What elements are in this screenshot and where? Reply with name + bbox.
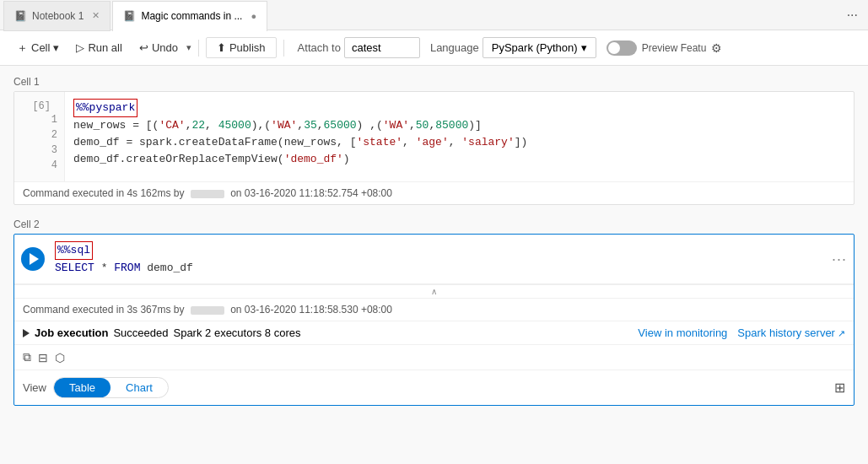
tab-bar: 📓 Notebook 1 ✕ 📓 Magic commands in ... ●… bbox=[0, 0, 868, 30]
preview-settings-icon[interactable]: ⚙ bbox=[711, 41, 722, 55]
job-play-icon bbox=[23, 329, 30, 337]
spark-history-link[interactable]: Spark history server bbox=[737, 326, 845, 339]
cell1-label: Cell 1 bbox=[13, 76, 855, 88]
magic-notebook-icon: 📓 bbox=[123, 10, 136, 22]
language-label: Language bbox=[430, 41, 479, 54]
cell1: [6] 1 2 3 4 %%pyspark new_rows = [('CA',… bbox=[13, 91, 855, 205]
cell1-line4-code: demo_df.createOrReplaceTempView('demo_df… bbox=[73, 151, 845, 168]
view-monitoring-link[interactable]: View in monitoring bbox=[638, 326, 727, 339]
cell2-content: %%sql SELECT * FROM demo_df bbox=[51, 238, 825, 280]
tab-notebook1-label: Notebook 1 bbox=[32, 10, 84, 22]
cell2-more-button[interactable]: ··· bbox=[832, 251, 847, 268]
tab-notebook1-close[interactable]: ✕ bbox=[92, 10, 100, 21]
run-icon bbox=[30, 253, 39, 265]
cell2-line2-code: SELECT * FROM demo_df bbox=[55, 260, 822, 277]
cell1-content: %%pyspark new_rows = [('CA',22, 45000),(… bbox=[65, 92, 854, 181]
cell-dropdown-icon: ▾ bbox=[53, 41, 59, 54]
view-right: ⊞ bbox=[834, 380, 845, 396]
filter-icon[interactable]: ⊟ bbox=[38, 351, 48, 364]
job-status: Succeeded bbox=[113, 326, 168, 339]
grid-view-icon[interactable]: ⊞ bbox=[834, 380, 845, 395]
cell-button-label: Cell bbox=[31, 41, 50, 54]
view-tabs: Table Chart bbox=[53, 377, 169, 398]
lang-chevron-icon: ▾ bbox=[581, 41, 587, 54]
copy-icon[interactable]: ⧉ bbox=[23, 350, 31, 364]
cell2-exec-info: Command executed in 3s 367ms by on 03-16… bbox=[14, 298, 854, 321]
publish-label: Publish bbox=[229, 41, 266, 54]
collapse-button[interactable]: ∧ bbox=[14, 284, 854, 298]
view-tab-table[interactable]: Table bbox=[54, 378, 111, 397]
toolbar: ＋ Cell ▾ ▷ Run all ↩ Undo ▾ ⬆ Publish At… bbox=[0, 30, 868, 66]
dropdown-arrow[interactable]: ▾ bbox=[186, 42, 191, 53]
cell1-exec-info: Command executed in 4s 162ms by on 03-16… bbox=[14, 181, 854, 204]
magic-sql: %%sql bbox=[57, 244, 90, 256]
spark-info: Spark 2 executors 8 cores bbox=[173, 326, 300, 339]
toolbar-divider-1 bbox=[198, 40, 199, 57]
plus-icon: ＋ bbox=[17, 40, 28, 56]
language-button[interactable]: PySpark (Python) ▾ bbox=[483, 37, 596, 58]
job-links: View in monitoring Spark history server bbox=[638, 326, 845, 339]
cell-actions-bar: ⧉ ⊟ ⬡ bbox=[14, 344, 854, 370]
cell2-run-button[interactable] bbox=[21, 247, 45, 271]
undo-label: Undo bbox=[152, 41, 178, 54]
attach-label: Attach to bbox=[298, 41, 341, 54]
cell1-line1: 1 bbox=[51, 114, 57, 126]
preview-toggle-area: Preview Featu ⚙ bbox=[607, 40, 723, 56]
cell2-line1-code: %%sql bbox=[55, 241, 822, 260]
view-row: View Table Chart ⊞ bbox=[14, 370, 854, 405]
undo-button[interactable]: ↩ Undo bbox=[132, 37, 185, 58]
job-label: Job execution bbox=[35, 326, 108, 339]
preview-label: Preview Featu bbox=[642, 42, 707, 54]
publish-button[interactable]: ⬆ Publish bbox=[206, 37, 277, 58]
publish-icon: ⬆ bbox=[217, 41, 226, 54]
cell2-label: Cell 2 bbox=[13, 219, 855, 230]
cell1-line1-code: %%pyspark bbox=[73, 99, 845, 117]
cell1-line4: 4 bbox=[51, 159, 57, 171]
undo-icon: ↩ bbox=[139, 41, 148, 54]
toggle-knob bbox=[608, 42, 620, 54]
tab-magic-commands-label: Magic commands in ... bbox=[141, 10, 242, 22]
run-all-icon: ▷ bbox=[76, 41, 84, 54]
notebook-area: Cell 1 [6] 1 2 3 4 %%pyspark new_rows = … bbox=[0, 66, 868, 464]
tab-magic-close[interactable]: ● bbox=[251, 11, 256, 21]
cell1-execution-num: [6] bbox=[25, 99, 57, 114]
toolbar-divider-2 bbox=[283, 40, 284, 57]
job-bar: Job execution Succeeded Spark 2 executor… bbox=[14, 321, 854, 344]
language-value: PySpark (Python) bbox=[492, 41, 578, 54]
cell2: %%sql SELECT * FROM demo_df ··· ∧ Comman… bbox=[13, 234, 855, 406]
view-tab-chart[interactable]: Chart bbox=[111, 378, 168, 397]
cell1-line3-code: demo_df = spark.createDataFrame(new_rows… bbox=[73, 134, 845, 151]
cell1-line2-code: new_rows = [('CA',22, 45000),('WA',35,65… bbox=[73, 117, 845, 134]
run-all-label: Run all bbox=[88, 41, 121, 54]
view-label: View bbox=[23, 381, 46, 394]
run-all-button[interactable]: ▷ Run all bbox=[69, 37, 128, 58]
notebook-icon: 📓 bbox=[14, 10, 27, 22]
cell2-header: %%sql SELECT * FROM demo_df ··· bbox=[14, 235, 854, 284]
magic-pyspark: %%pyspark bbox=[76, 101, 135, 114]
cell1-line3: 3 bbox=[51, 144, 57, 156]
cell1-line2: 2 bbox=[51, 129, 57, 141]
tab-more-button[interactable]: ··· bbox=[840, 0, 865, 30]
clear-icon[interactable]: ⬡ bbox=[55, 351, 65, 364]
attach-to-select[interactable]: catest bbox=[344, 37, 420, 58]
add-cell-button[interactable]: ＋ Cell ▾ bbox=[10, 36, 66, 60]
cell1-gutter: [6] 1 2 3 4 bbox=[14, 92, 65, 181]
preview-toggle[interactable] bbox=[607, 40, 637, 56]
tab-magic-commands[interactable]: 📓 Magic commands in ... ● bbox=[112, 1, 267, 31]
cell1-body: [6] 1 2 3 4 %%pyspark new_rows = [('CA',… bbox=[14, 92, 854, 181]
tab-notebook1[interactable]: 📓 Notebook 1 ✕ bbox=[3, 1, 111, 31]
